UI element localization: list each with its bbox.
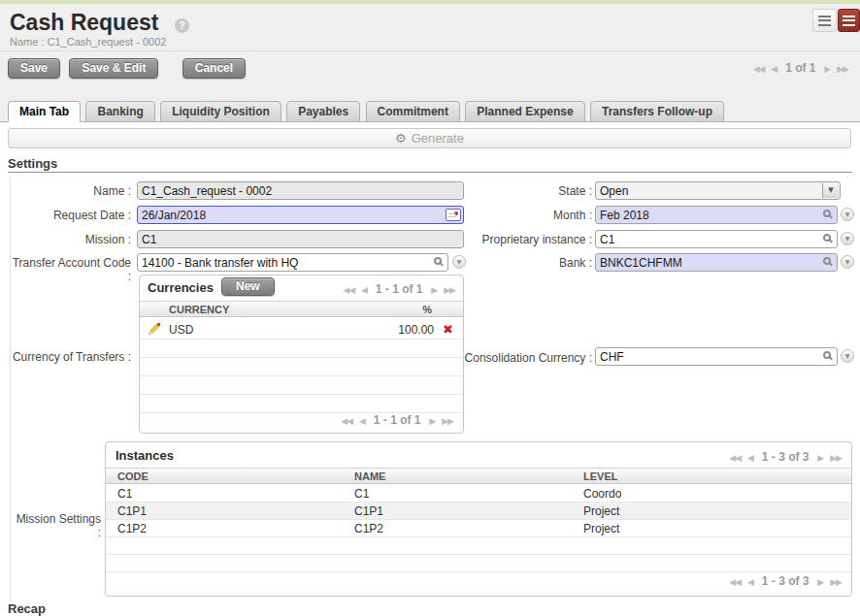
- instances-pager-bottom: ◀◀ ◀ 1 - 3 of 3 ▶ ▶▶: [727, 574, 843, 588]
- pager-next-icon[interactable]: ▶: [822, 64, 832, 74]
- pager-text: 1 - 1 of 1: [372, 282, 427, 296]
- delete-row-icon[interactable]: ✖: [443, 323, 453, 336]
- search-icon[interactable]: [823, 257, 831, 265]
- pager-prev-icon[interactable]: ◀: [357, 416, 367, 426]
- form-icon: [843, 16, 855, 26]
- list-view-button[interactable]: [812, 9, 837, 32]
- tab-transfers-follow-up[interactable]: Transfers Follow-up: [590, 101, 724, 122]
- pager-next-icon[interactable]: ▶: [815, 453, 825, 463]
- settings-rule: [8, 172, 852, 173]
- month-dropdown-icon[interactable]: ▼: [841, 208, 854, 221]
- pager-last-icon[interactable]: ▶▶: [835, 64, 850, 74]
- request-date-label: Request Date :: [12, 209, 131, 222]
- state-select[interactable]: Open ▼: [595, 181, 841, 200]
- empty-row: [140, 358, 463, 376]
- proprietary-instance-dropdown-icon[interactable]: ▼: [841, 232, 854, 245]
- search-icon[interactable]: [823, 234, 831, 242]
- header-divider: [0, 50, 860, 51]
- search-icon[interactable]: [823, 351, 831, 359]
- column-currency: CURRENCY: [169, 302, 229, 317]
- currencies-pager-top: ◀◀ ◀ 1 - 1 of 1 ▶ ▶▶: [341, 282, 457, 296]
- pager-text: 1 - 1 of 1: [370, 413, 425, 427]
- month-field[interactable]: Feb 2018: [595, 206, 838, 224]
- generate-button[interactable]: ⚙ Generate: [8, 128, 851, 148]
- pager-last-icon[interactable]: ▶▶: [442, 285, 457, 295]
- consolidation-currency-value: CHF: [600, 350, 624, 364]
- name-label: Name :: [12, 184, 131, 198]
- pager-prev-icon[interactable]: ◀: [359, 285, 369, 295]
- tab-liquidity-position[interactable]: Liquidity Position: [160, 101, 281, 122]
- new-currency-button[interactable]: New: [221, 277, 275, 296]
- bank-field[interactable]: BNKC1CHFMM: [595, 253, 838, 272]
- cell-code: C1P2: [117, 522, 147, 535]
- pager-next-icon[interactable]: ▶: [815, 577, 825, 587]
- transfer-account-code-value: 14100 - Bank transfer with HQ: [142, 256, 298, 270]
- table-row[interactable]: USD 100.00 ✖: [140, 319, 463, 340]
- form-view-button[interactable]: [838, 9, 860, 32]
- currencies-pager-bottom: ◀◀ ◀ 1 - 1 of 1 ▶ ▶▶: [339, 413, 455, 427]
- bank-value: BNKC1CHFMM: [600, 256, 682, 270]
- pager-next-icon[interactable]: ▶: [429, 285, 439, 295]
- currency-of-transfers-label: Currency of Transfers :: [12, 350, 131, 364]
- pager-first-icon[interactable]: ◀◀: [751, 64, 767, 74]
- instances-panel-title: Instances: [116, 448, 174, 463]
- bank-dropdown-icon[interactable]: ▼: [841, 255, 854, 269]
- pager-last-icon[interactable]: ▶▶: [828, 453, 843, 463]
- cell-code: C1P1: [117, 504, 147, 518]
- request-date-field[interactable]: 26/Jan/2018: [137, 206, 464, 224]
- search-icon[interactable]: [823, 210, 831, 217]
- form-content: ⚙ Generate Settings Name : C1_Cash_reque…: [0, 122, 860, 616]
- pager-first-icon[interactable]: ◀◀: [341, 285, 356, 295]
- consolidation-currency-dropdown-icon[interactable]: ▼: [841, 349, 854, 363]
- pager-last-icon[interactable]: ▶▶: [440, 416, 455, 426]
- pager-last-icon[interactable]: ▶▶: [828, 577, 843, 587]
- pager-prev-icon[interactable]: ◀: [745, 577, 755, 587]
- cancel-button[interactable]: Cancel: [182, 58, 246, 79]
- save-and-edit-button[interactable]: Save & Edit: [69, 58, 158, 79]
- save-button[interactable]: Save: [8, 58, 60, 79]
- table-row[interactable]: C1P1 C1P1 Project: [106, 503, 851, 520]
- request-date-value: 26/Jan/2018: [142, 209, 206, 222]
- tab-commitment[interactable]: Commitment: [366, 101, 460, 122]
- pager-prev-icon[interactable]: ◀: [769, 64, 778, 74]
- empty-row: [106, 555, 851, 572]
- pager-prev-icon[interactable]: ◀: [745, 453, 755, 463]
- pager-first-icon[interactable]: ◀◀: [727, 453, 743, 463]
- consolidation-currency-label: Consolidation Currency :: [464, 351, 592, 365]
- pager-first-icon[interactable]: ◀◀: [339, 416, 354, 426]
- tab-planned-expense[interactable]: Planned Expense: [465, 101, 584, 122]
- calendar-icon[interactable]: [446, 209, 461, 221]
- top-accent-strip: [0, 0, 860, 4]
- proprietary-instance-field[interactable]: C1: [595, 230, 838, 248]
- empty-row: [140, 376, 463, 395]
- consolidation-currency-field[interactable]: CHF: [595, 347, 838, 366]
- mission-field[interactable]: C1: [137, 230, 464, 248]
- pager-first-icon[interactable]: ◀◀: [727, 577, 743, 587]
- currencies-table-header: CURRENCY %: [140, 301, 463, 317]
- mission-label: Mission :: [12, 233, 131, 246]
- tab-payables[interactable]: Payables: [286, 101, 360, 122]
- table-row[interactable]: C1 C1 Coordo: [106, 485, 851, 503]
- table-row[interactable]: C1P2 C1P2 Project: [106, 520, 851, 537]
- tab-banking[interactable]: Banking: [85, 101, 154, 122]
- record-subtitle: Name : C1_Cash_request - 0002: [10, 36, 166, 48]
- transfer-account-code-field[interactable]: 14100 - Bank transfer with HQ: [137, 253, 448, 272]
- state-dropdown-icon[interactable]: ▼: [822, 183, 839, 198]
- column-percent: %: [422, 302, 432, 317]
- help-icon[interactable]: ?: [175, 18, 189, 33]
- state-label: State :: [464, 184, 592, 198]
- cell-code: C1: [117, 487, 132, 501]
- gear-icon: ⚙: [395, 131, 407, 146]
- cell-name: C1P2: [354, 522, 383, 535]
- search-icon[interactable]: [434, 257, 442, 265]
- pager-text: 1 - 3 of 3: [758, 574, 813, 588]
- recap-section-title: Recap: [8, 601, 46, 616]
- generate-label: Generate: [412, 131, 464, 146]
- name-field[interactable]: C1_Cash_request - 0002: [137, 181, 464, 200]
- tab-main[interactable]: Main Tab: [8, 101, 81, 122]
- column-level: LEVEL: [583, 469, 617, 484]
- empty-row: [140, 395, 463, 413]
- pager-next-icon[interactable]: ▶: [427, 416, 437, 426]
- edit-pencil-icon[interactable]: [148, 322, 161, 339]
- list-icon: [818, 16, 831, 26]
